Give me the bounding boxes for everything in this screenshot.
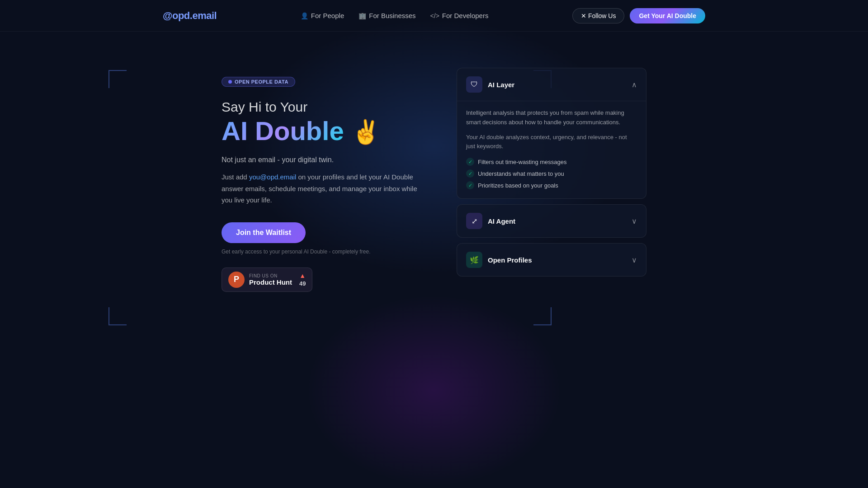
ai-layer-desc1: Intelligent analysis that protects you f… [466,108,637,127]
check-icon-2 [466,181,474,189]
hero-left: OPEN PEOPLE DATA Say Hi to Your AI Doubl… [222,68,420,292]
ai-layer-body: Intelligent analysis that protects you f… [457,101,646,198]
ai-layer-list: Filters out time-wasting messages Unders… [466,158,637,189]
nav-links: 👤 For People 🏢 For Businesses </> For De… [301,12,489,19]
navbar: @opd.email 👤 For People 🏢 For Businesses… [0,0,868,32]
list-item-1: Understands what matters to you [466,169,637,178]
ai-agent-header[interactable]: ⤢ AI Agent ∨ [457,205,646,237]
ai-layer-desc2: Your AI double analyzes context, urgency… [466,133,637,152]
ai-layer-header-left: 🛡 AI Layer [466,76,514,93]
list-item-0: Filters out time-wasting messages [466,158,637,166]
building-icon: 🏢 [359,12,366,19]
ph-find-us-label: FIND US ON [249,273,292,278]
desc-prefix: Just add [222,173,249,181]
open-profiles-icon-wrap: 🌿 [466,252,482,268]
open-profiles-title: Open Profiles [488,256,532,264]
ph-vote-count: 49 [299,280,306,287]
product-hunt-badge[interactable]: P FIND US ON Product Hunt ▲ 49 [222,267,312,292]
waitlist-button[interactable]: Join the Waitlist [222,222,306,243]
ph-name: Product Hunt [249,278,292,286]
corner-bracket-bl [108,307,127,325]
product-hunt-text: FIND US ON Product Hunt [249,273,292,286]
expand-icon: ⤢ [472,217,477,225]
product-hunt-logo: P [228,272,245,288]
open-profiles-chevron-down-icon: ∨ [632,256,637,264]
nav-for-businesses-label: For Businesses [369,12,415,19]
nav-for-businesses[interactable]: 🏢 For Businesses [359,12,415,19]
feature-card-open-profiles: 🌿 Open Profiles ∨ [457,243,646,277]
list-item-2: Prioritizes based on your goals [466,181,637,189]
nav-buttons: ✕ Follow Us Get Your AI Double [572,8,705,23]
features-panel: 🛡 AI Layer ∧ Intelligent analysis that p… [457,68,646,282]
email-link[interactable]: you@opd.email [249,173,296,181]
badge-label: OPEN PEOPLE DATA [235,79,288,84]
ai-layer-icon-wrap: 🛡 [466,76,482,93]
open-profiles-header-left: 🌿 Open Profiles [466,252,532,268]
tagline: Not just an email - your digital twin. [222,156,420,164]
ai-layer-chevron-up-icon: ∧ [632,80,637,89]
ai-agent-chevron-down-icon: ∨ [632,217,637,225]
get-ai-double-button[interactable]: Get Your AI Double [630,8,705,23]
ai-layer-header[interactable]: 🛡 AI Layer ∧ [457,68,646,101]
list-item-0-text: Filters out time-wasting messages [478,159,567,165]
check-icon-1 [466,169,474,178]
open-profiles-header[interactable]: 🌿 Open Profiles ∨ [457,244,646,276]
headline-big: AI Double [222,116,344,145]
headline: Say Hi to Your AI Double ✌️ [222,99,420,146]
main-content: OPEN PEOPLE DATA Say Hi to Your AI Doubl… [0,32,868,292]
nav-for-people-label: For People [311,12,344,19]
ai-agent-header-left: ⤢ AI Agent [466,213,515,229]
badge-dot [228,80,232,84]
ai-agent-title: AI Agent [488,217,515,225]
hero-badge: OPEN PEOPLE DATA [222,77,295,87]
headline-main: AI Double ✌️ [222,117,420,146]
nav-for-developers[interactable]: </> For Developers [430,12,489,19]
ph-vote-col: ▲ 49 [299,272,306,287]
follow-button[interactable]: ✕ Follow Us [572,8,624,23]
ai-layer-title: AI Layer [488,81,514,89]
check-icon-0 [466,158,474,166]
logo-prefix: @opd [163,10,190,21]
feature-card-ai-layer: 🛡 AI Layer ∧ Intelligent analysis that p… [457,68,646,199]
list-item-1-text: Understands what matters to you [478,170,564,177]
ai-agent-icon-wrap: ⤢ [466,213,482,229]
nav-for-developers-label: For Developers [442,12,489,19]
feature-card-ai-agent: ⤢ AI Agent ∨ [457,204,646,238]
headline-emoji: ✌️ [351,119,381,145]
logo[interactable]: @opd.email [163,10,217,22]
early-access-text: Get early access to your personal AI Dou… [222,249,420,255]
list-item-2-text: Prioritizes based on your goals [478,182,558,189]
corner-bracket-br [533,307,552,325]
headline-small: Say Hi to Your [222,99,420,115]
nav-for-people[interactable]: 👤 For People [301,12,344,19]
fingerprint-icon: 🌿 [470,256,479,264]
shield-icon: 🛡 [471,80,478,89]
code-icon: </> [430,12,439,19]
hero-description: Just add you@opd.email on your profiles … [222,171,420,206]
ph-arrow-icon: ▲ [299,272,306,279]
person-icon: 👤 [301,12,308,19]
logo-suffix: .email [190,10,217,21]
